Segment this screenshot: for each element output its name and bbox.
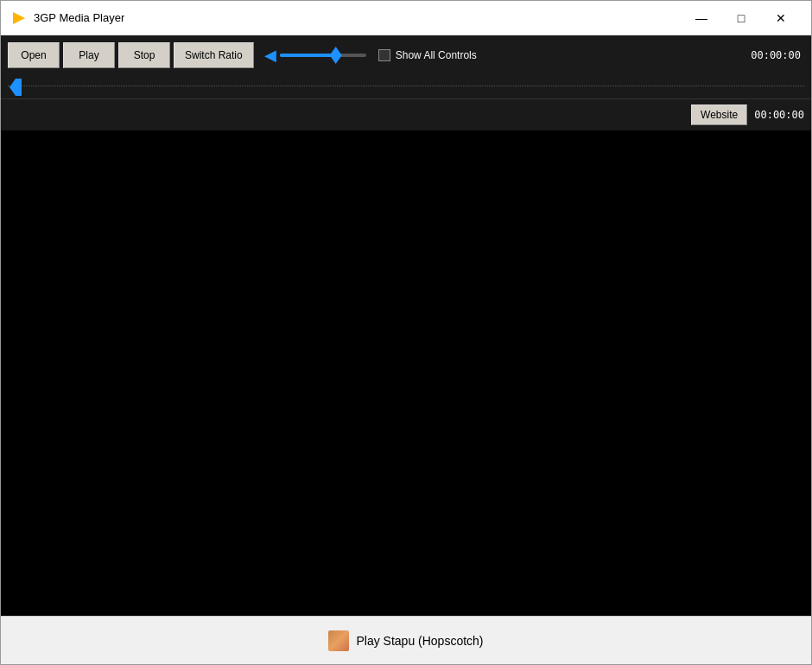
close-button[interactable]: ✕ <box>761 4 801 32</box>
secondary-toolbar: Website 00:00:00 <box>1 99 811 130</box>
time-display: 00:00:00 <box>751 49 804 61</box>
volume-fill <box>280 54 336 57</box>
show-all-label: Show All Controls <box>396 49 477 61</box>
website-button[interactable]: Website <box>691 104 747 125</box>
status-bar: Play Stapu (Hopscotch) <box>1 616 811 664</box>
secondary-time-display: 00:00:00 <box>754 109 804 121</box>
window-controls: — □ ✕ <box>682 4 801 32</box>
show-all-checkbox[interactable] <box>378 49 390 61</box>
app-window: 3GP Media Player — □ ✕ Open Play Stop Sw… <box>0 0 812 665</box>
seek-area[interactable] <box>1 75 811 99</box>
volume-section: ◀ <box>264 46 366 65</box>
window-title: 3GP Media Player <box>34 11 682 24</box>
show-all-controls[interactable]: Show All Controls <box>378 49 477 61</box>
minimize-button[interactable]: — <box>682 4 721 32</box>
play-button[interactable]: Play <box>63 42 115 68</box>
svg-marker-0 <box>13 12 25 24</box>
open-button[interactable]: Open <box>8 42 60 68</box>
title-bar: 3GP Media Player — □ ✕ <box>1 1 811 35</box>
seek-thumb <box>10 79 22 96</box>
stop-button[interactable]: Stop <box>118 42 170 68</box>
video-area <box>1 130 811 616</box>
seek-bar[interactable] <box>8 80 804 94</box>
volume-thumb <box>330 47 342 64</box>
switch-ratio-button[interactable]: Switch Ratio <box>174 42 254 68</box>
volume-track <box>280 54 366 57</box>
volume-icon[interactable]: ◀ <box>264 46 276 65</box>
app-icon <box>11 10 27 26</box>
volume-slider[interactable] <box>280 47 366 64</box>
main-toolbar: Open Play Stop Switch Ratio ◀ Show All C… <box>1 35 811 75</box>
status-text: Play Stapu (Hopscotch) <box>356 634 483 648</box>
status-thumbnail-icon <box>328 630 349 651</box>
maximize-button[interactable]: □ <box>721 4 761 32</box>
seek-track <box>8 86 804 89</box>
